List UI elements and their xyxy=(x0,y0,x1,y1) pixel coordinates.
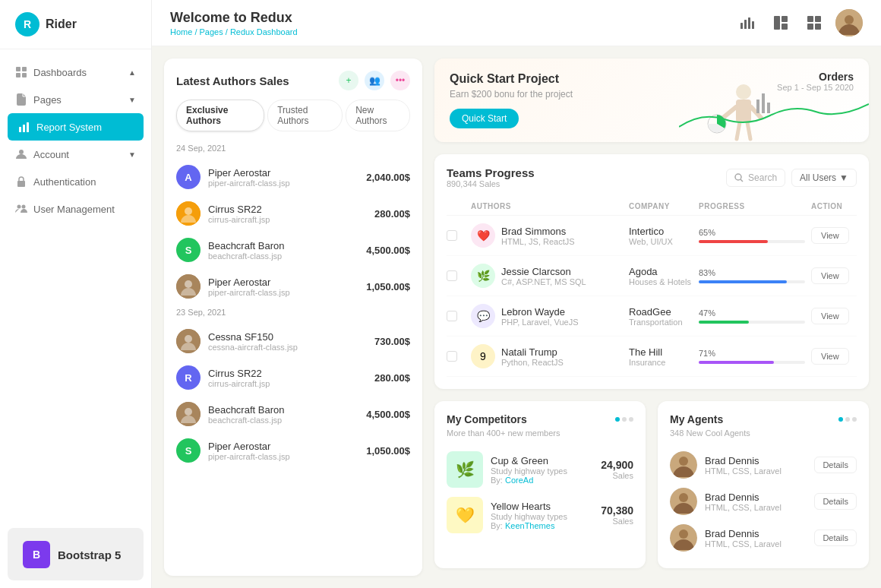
details-button[interactable]: Details xyxy=(814,530,857,546)
progress-pct: 47% xyxy=(699,308,805,318)
author-avatar xyxy=(176,201,201,226)
add-author-button[interactable]: + xyxy=(339,71,358,90)
page-title: Welcome to Redux xyxy=(170,10,298,26)
team-author-cell: 🌿 Jessie Clarcson C#, ASP.NET, MS SQL xyxy=(471,264,623,288)
author-amount: 280.00$ xyxy=(374,372,410,384)
left-panel: Latest Authors Sales + 👥 ••• Exclusive A… xyxy=(164,58,422,576)
author-info: Beachcraft Baronbeachcraft-class.jsp xyxy=(208,240,358,261)
team-name: Jessie Clarcson xyxy=(501,266,586,277)
details-button[interactable]: Details xyxy=(814,457,857,473)
col-authors: AUTHORS xyxy=(471,202,623,210)
author-amount: 1,050.00$ xyxy=(366,445,410,457)
sidebar: R Rider Dashboards ▲ Pages ▼ Report Syst… xyxy=(0,0,152,588)
content-area: Latest Authors Sales + 👥 ••• Exclusive A… xyxy=(152,46,881,588)
sidebar-item-dashboards-label: Dashboards xyxy=(33,67,87,78)
details-button[interactable]: Details xyxy=(814,493,857,510)
layout-icon[interactable] xyxy=(769,11,793,35)
author-row: SPiper Aerostarpiper-aircraft-class.jsp1… xyxy=(164,432,422,469)
author-info: Piper Aerostarpiper-aircraft-class.jsp xyxy=(208,441,358,461)
team-company: The Hill xyxy=(629,346,693,358)
view-button[interactable]: View xyxy=(811,227,849,244)
agents-subtitle: 348 New Cool Agents xyxy=(670,428,857,438)
team-author-cell: 💬 Lebron Wayde PHP, Laravel, VueJS xyxy=(471,304,623,328)
sidebar-item-pages[interactable]: Pages ▼ xyxy=(0,86,151,113)
sidebar-item-authentication[interactable]: Authentication xyxy=(0,168,151,195)
bottom-row: My Competitors More than 400+ new member… xyxy=(434,401,869,568)
table-row: 💬 Lebron Wayde PHP, Laravel, VueJS RoadG… xyxy=(447,296,857,337)
sales-num: 24,900 xyxy=(601,459,633,471)
author-row: Piper Aerostarpiper-aircraft-class.jsp1,… xyxy=(164,268,422,305)
author-info: Beachcraft Baronbeachcraft-class.jsp xyxy=(208,404,358,425)
sidebar-item-account-label: Account xyxy=(33,149,69,160)
competitors-title: My Competitors xyxy=(447,413,527,425)
team-company-sub: Transportation xyxy=(629,318,693,327)
author-info: Cirrus SR22cirrus-aircraft.jsp xyxy=(208,368,367,388)
tab-new-authors[interactable]: New Authors xyxy=(346,100,410,131)
row-checkbox[interactable] xyxy=(447,230,457,241)
agent-info: Brad Dennis HTML, CSS, Laravel xyxy=(705,492,807,512)
tab-trusted-authors[interactable]: Trusted Authors xyxy=(267,100,343,131)
authors-title: Latest Authors Sales xyxy=(176,74,289,87)
row-checkbox[interactable] xyxy=(447,351,457,362)
competitors-dots xyxy=(615,417,633,422)
agents-dots xyxy=(838,417,857,422)
row-checkbox[interactable] xyxy=(447,311,457,321)
team-name: Brad Simmons xyxy=(501,226,575,237)
user-avatar[interactable] xyxy=(835,9,863,36)
filter-button[interactable]: All Users ▼ xyxy=(791,169,857,187)
row-checkbox[interactable] xyxy=(447,270,457,281)
team-skills: C#, ASP.NET, MS SQL xyxy=(501,277,586,286)
view-button[interactable]: View xyxy=(811,267,849,284)
team-progress-cell: 83% xyxy=(699,268,805,283)
team-name: Lebron Wayde xyxy=(501,306,579,318)
teams-table-header: AUTHORS COMPANY PROGRESS ACTION xyxy=(447,198,857,216)
competitor-info: Cup & Green Study highway types By: Core… xyxy=(491,455,593,485)
tab-exclusive-authors[interactable]: Exclusive Authors xyxy=(176,100,264,131)
competitor-thumb: 💛 xyxy=(447,497,483,533)
breadcrumb-current: Redux Dashboard xyxy=(230,27,298,36)
search-box[interactable]: Search xyxy=(726,169,785,187)
progress-fill xyxy=(699,361,774,364)
competitor-by-name: CoreAd xyxy=(505,476,533,485)
sidebar-item-account[interactable]: Account ▼ xyxy=(0,141,151,168)
competitor-sales: 70,380 Sales xyxy=(601,504,633,526)
stats-icon[interactable] xyxy=(735,11,759,35)
competitor-by: By: KeenThemes xyxy=(491,521,593,530)
dot6 xyxy=(852,417,857,422)
team-avatar: 💬 xyxy=(471,304,495,328)
author-name: Piper Aerostar xyxy=(208,167,358,179)
svg-rect-14 xyxy=(752,21,754,29)
view-button[interactable]: View xyxy=(811,348,849,365)
progress-bar xyxy=(699,321,805,324)
svg-rect-5 xyxy=(23,125,25,132)
list-item: Brad Dennis HTML, CSS, Laravel Details xyxy=(670,520,857,556)
authors-icon-button[interactable]: 👥 xyxy=(365,71,384,90)
team-author-info: Brad Simmons HTML, JS, ReactJS xyxy=(501,226,575,246)
svg-point-9 xyxy=(17,205,21,209)
orders-title: Orders xyxy=(777,71,854,83)
grid-icon[interactable] xyxy=(802,11,826,35)
table-row: 🌿 Jessie Clarcson C#, ASP.NET, MS SQL Ag… xyxy=(447,256,857,296)
svg-rect-11 xyxy=(740,23,743,29)
sidebar-item-user-management[interactable]: User Management xyxy=(0,195,151,223)
svg-rect-21 xyxy=(815,24,821,30)
quick-start-button[interactable]: Quick Start xyxy=(450,109,519,128)
progress-fill xyxy=(699,240,768,243)
col-company: COMPANY xyxy=(629,202,693,210)
bootstrap-icon: B xyxy=(23,541,50,568)
view-button[interactable]: View xyxy=(811,308,849,324)
author-row: Cirrus SR22cirrus-aircraft.jsp280.00$ xyxy=(164,195,422,232)
progress-bar xyxy=(699,361,805,364)
sidebar-item-dashboards[interactable]: Dashboards ▲ xyxy=(0,58,151,86)
competitor-by: By: CoreAd xyxy=(491,476,593,485)
progress-pct: 71% xyxy=(699,349,805,358)
authors-more-button[interactable]: ••• xyxy=(390,71,410,90)
progress-fill xyxy=(699,321,749,324)
main-content: Welcome to Redux Home / Pages / Redux Da… xyxy=(152,0,881,588)
sales-label: Sales xyxy=(601,471,633,480)
svg-point-31 xyxy=(185,408,192,416)
sidebar-item-report-system[interactable]: Report System xyxy=(8,113,144,141)
dot1 xyxy=(615,417,620,422)
svg-rect-2 xyxy=(16,73,21,77)
team-skills: HTML, JS, ReactJS xyxy=(501,237,575,246)
